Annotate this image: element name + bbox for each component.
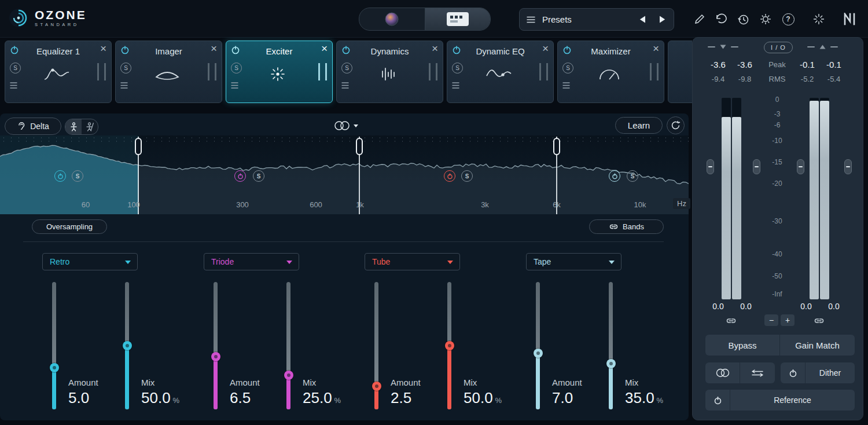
audition-normal-button[interactable] (65, 119, 82, 134)
input-collapse-control[interactable] (708, 45, 738, 49)
audition-toggle[interactable] (65, 119, 98, 135)
audition-bypass-button[interactable] (82, 119, 98, 134)
preset-next-button[interactable] (654, 12, 670, 28)
module-solo-button[interactable]: S (341, 63, 352, 74)
reference-button[interactable]: Reference (730, 390, 855, 411)
band1-power-button[interactable] (54, 170, 66, 182)
module-close-icon[interactable] (100, 43, 106, 54)
module-power-icon[interactable] (562, 45, 572, 57)
band3-amount-slider[interactable] (372, 282, 381, 409)
module-close-icon[interactable] (542, 43, 549, 54)
band4-mix-slider[interactable] (606, 282, 616, 409)
band2-solo-button[interactable]: S (253, 170, 264, 182)
dither-power-button[interactable] (781, 362, 805, 383)
slider-handle[interactable] (211, 352, 220, 361)
slider-handle[interactable] (50, 363, 59, 372)
module-power-icon[interactable] (452, 45, 461, 57)
dither-button[interactable]: Dither (806, 362, 855, 383)
undo-button[interactable] (713, 12, 729, 27)
module-drag-handle[interactable] (318, 63, 327, 80)
module-menu-icon[interactable] (10, 80, 17, 91)
gain-match-button[interactable]: Gain Match (780, 335, 855, 356)
band-split-handle[interactable] (356, 138, 363, 155)
meter-zoom-out-button[interactable]: − (764, 314, 778, 326)
help-button[interactable] (781, 12, 796, 27)
module-solo-button[interactable]: S (10, 63, 21, 74)
module-drag-handle[interactable] (539, 63, 548, 80)
module-card-dynamic-eq[interactable]: Dynamic EQ S (447, 41, 554, 103)
channel-swap-button[interactable] (740, 362, 775, 383)
oversampling-button[interactable]: Oversampling (32, 219, 107, 234)
module-close-icon[interactable] (211, 43, 217, 54)
band2-mix-slider[interactable] (284, 282, 293, 409)
module-menu-icon[interactable] (452, 80, 459, 91)
module-card-dynamics[interactable]: Dynamics S (336, 41, 443, 103)
slider-handle[interactable] (445, 341, 454, 350)
band1-amount-slider[interactable] (50, 282, 59, 409)
band1-mix-slider[interactable] (123, 282, 132, 409)
edit-button[interactable] (692, 12, 707, 27)
module-card-equalizer[interactable]: Equalizer 1 S (5, 41, 112, 103)
bands-link-button[interactable]: Bands (589, 219, 664, 234)
meter-zoom-in-button[interactable]: + (781, 314, 795, 326)
output-collapse-control[interactable] (807, 45, 838, 49)
module-solo-button[interactable]: S (231, 63, 242, 74)
loop-reset-button[interactable] (667, 116, 685, 134)
band3-solo-button[interactable]: S (461, 170, 473, 182)
band4-mode-dropdown[interactable]: Tape (526, 253, 621, 270)
band3-power-button[interactable] (444, 170, 455, 182)
view-mode-globe[interactable] (359, 8, 425, 30)
output-gain-handle-left[interactable] (797, 159, 804, 174)
band4-solo-button[interactable]: S (627, 170, 638, 182)
output-gain-handle-right[interactable] (844, 159, 852, 174)
band2-power-button[interactable] (234, 170, 246, 182)
module-card-imager[interactable]: Imager S (115, 41, 222, 103)
band1-solo-button[interactable]: S (72, 170, 83, 182)
module-solo-button[interactable]: S (562, 63, 573, 74)
module-drag-handle[interactable] (650, 63, 659, 80)
module-power-icon[interactable] (231, 45, 240, 57)
bypass-button[interactable]: Bypass (705, 335, 779, 356)
module-power-icon[interactable] (120, 45, 130, 57)
module-drag-handle[interactable] (208, 63, 216, 80)
input-gain-handle-right[interactable] (753, 159, 760, 174)
history-button[interactable] (735, 12, 751, 27)
band3-mode-dropdown[interactable]: Tube (365, 253, 460, 270)
view-mode-blocks[interactable] (425, 8, 491, 30)
output-link-button[interactable] (810, 316, 828, 327)
learn-button[interactable]: Learn (615, 117, 663, 134)
channel-view-dropdown[interactable] (333, 118, 363, 133)
module-power-icon[interactable] (341, 45, 351, 57)
module-menu-icon[interactable] (120, 80, 128, 91)
module-menu-icon[interactable] (231, 80, 238, 91)
stereo-mode-button[interactable] (705, 362, 740, 383)
module-menu-icon[interactable] (562, 80, 570, 91)
slider-handle[interactable] (606, 359, 616, 368)
band4-power-button[interactable] (609, 170, 620, 182)
module-power-icon[interactable] (10, 45, 19, 57)
input-link-button[interactable] (722, 316, 740, 327)
module-drag-handle[interactable] (97, 63, 106, 80)
module-close-icon[interactable] (432, 43, 438, 54)
band1-mode-dropdown[interactable]: Retro (42, 253, 138, 270)
module-solo-button[interactable]: S (120, 63, 131, 74)
reference-power-button[interactable] (705, 390, 730, 411)
band2-mode-dropdown[interactable]: Triode (204, 253, 299, 270)
settings-button[interactable] (758, 12, 773, 27)
delta-button[interactable]: Delta (5, 118, 61, 135)
module-drag-handle[interactable] (429, 63, 437, 80)
module-card-maximizer[interactable]: Maximizer S (557, 41, 664, 103)
band2-amount-slider[interactable] (211, 282, 220, 409)
band3-mix-slider[interactable] (445, 282, 454, 409)
presets-bar[interactable]: Presets (519, 8, 674, 31)
input-gain-handle-left[interactable] (707, 159, 714, 174)
band-split-handle[interactable] (553, 138, 560, 155)
module-close-icon[interactable] (321, 43, 328, 54)
preset-prev-button[interactable] (634, 12, 650, 28)
band4-amount-slider[interactable] (534, 282, 543, 409)
module-card-exciter[interactable]: Exciter S (226, 41, 333, 103)
view-mode-toggle[interactable] (359, 8, 491, 31)
slider-handle[interactable] (123, 341, 132, 350)
band-split-handle[interactable] (135, 138, 142, 155)
io-toggle[interactable]: I / O (764, 42, 793, 53)
